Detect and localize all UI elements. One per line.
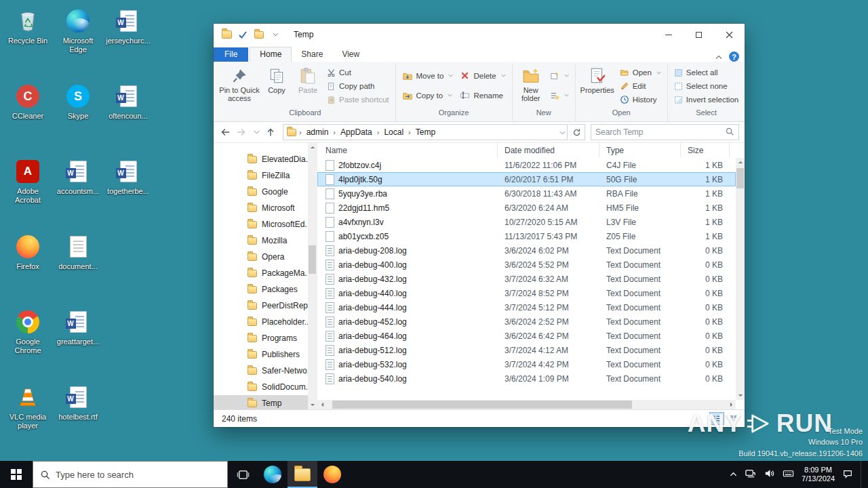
- desktop-icon-oftencoun[interactable]: Woftencoun...: [103, 78, 153, 153]
- scrollbar-track[interactable]: [308, 152, 317, 401]
- quick-access-customize-chevron-icon[interactable]: [268, 27, 283, 42]
- desktop-icon-recycle-bin[interactable]: Recycle Bin: [3, 3, 53, 78]
- title-bar[interactable]: Temp: [214, 24, 745, 45]
- start-button[interactable]: [0, 461, 33, 488]
- sidebar-item-programs[interactable]: Programs: [214, 330, 317, 346]
- desktop-icon-skype[interactable]: SSkype: [53, 78, 103, 153]
- taskbar-edge-button[interactable]: [258, 461, 288, 488]
- desktop-icon-accountsm[interactable]: Waccountsm...: [53, 153, 103, 228]
- search-input[interactable]: [595, 127, 725, 137]
- copy-to-button[interactable]: Copy to: [399, 89, 457, 102]
- network-icon[interactable]: [745, 468, 756, 481]
- tab-share[interactable]: Share: [292, 47, 332, 62]
- scroll-right-button[interactable]: [726, 400, 736, 409]
- file-row-aria-debug-540-log[interactable]: aria-debug-540.log3/6/2024 1:09 PMText D…: [317, 371, 736, 386]
- search-icon[interactable]: [725, 127, 734, 138]
- breadcrumb-admin[interactable]: admin: [304, 126, 331, 138]
- easy-access-button[interactable]: [547, 89, 572, 102]
- sidebar-item-peerdistrep[interactable]: PeerDistRep...: [214, 298, 317, 314]
- sidebar-item-microsofted[interactable]: MicrosoftEd...: [214, 216, 317, 232]
- volume-icon[interactable]: [764, 468, 775, 481]
- tab-home[interactable]: Home: [250, 47, 292, 62]
- breadcrumb-separator[interactable]: ›: [332, 128, 336, 136]
- explorer-system-icon[interactable]: [219, 27, 234, 42]
- quick-access-properties-button[interactable]: [235, 27, 250, 42]
- sidebar-item-placeholder[interactable]: Placeholder...: [214, 314, 317, 330]
- select-none-button[interactable]: Select none: [671, 79, 742, 93]
- refresh-button[interactable]: [569, 124, 585, 140]
- horizontal-scrollbar[interactable]: [317, 400, 736, 409]
- close-button[interactable]: [714, 24, 745, 45]
- scrollbar-thumb[interactable]: [309, 245, 316, 274]
- cut-button[interactable]: Cut: [323, 66, 393, 79]
- scroll-up-button[interactable]: [308, 143, 317, 152]
- sidebar-item-microsoft[interactable]: Microsoft: [214, 200, 317, 216]
- maximize-button[interactable]: [684, 24, 714, 45]
- sidebar-item-opera[interactable]: Opera: [214, 249, 317, 265]
- file-row-aria-debug-444-log[interactable]: aria-debug-444.log3/7/2024 5:12 PMText D…: [317, 300, 736, 314]
- scrollbar-thumb[interactable]: [332, 401, 632, 409]
- desktop-icon-hotelbest-rtf[interactable]: Whotelbest.rtf: [53, 379, 103, 454]
- sidebar-item-packages[interactable]: Packages: [214, 281, 317, 298]
- desktop-icon-google-chrome[interactable]: Google Chrome: [3, 304, 53, 379]
- tab-view[interactable]: View: [332, 47, 369, 62]
- sidebar-item-publishers[interactable]: Publishers: [214, 346, 317, 363]
- scroll-down-button[interactable]: [736, 391, 745, 400]
- breadcrumb-separator[interactable]: ›: [408, 128, 412, 136]
- breadcrumb-separator[interactable]: ›: [298, 128, 302, 136]
- sidebar-item-mozilla[interactable]: Mozilla: [214, 232, 317, 249]
- show-desktop-button[interactable]: [861, 461, 864, 488]
- column-header-name[interactable]: Name: [317, 143, 498, 158]
- file-row-aria-debug-532-log[interactable]: aria-debug-532.log3/7/2024 4:42 PMText D…: [317, 357, 736, 371]
- move-to-button[interactable]: Move to: [399, 69, 457, 83]
- taskbar-file-explorer-button[interactable]: [288, 461, 317, 488]
- desktop-icon-togetherbe[interactable]: Wtogetherbe...: [103, 153, 153, 228]
- scroll-down-button[interactable]: [308, 401, 317, 409]
- file-row-aria-debug-440-log[interactable]: aria-debug-440.log3/7/2024 8:52 PMText D…: [317, 286, 736, 300]
- file-row-aria-debug-464-log[interactable]: aria-debug-464.log3/6/2024 6:42 PMText D…: [317, 329, 736, 343]
- desktop-icon-ccleaner[interactable]: CCCleaner: [3, 78, 53, 153]
- desktop-icon-adobe-acrobat[interactable]: AAdobe Acrobat: [3, 153, 53, 228]
- sidebar-item-packagema[interactable]: PackageMa...: [214, 265, 317, 281]
- file-row-4lpd0jtk-50g[interactable]: 4lpd0jtk.50g6/20/2017 6:51 PM50G File1 K…: [317, 172, 736, 186]
- file-row-aria-debug-512-log[interactable]: aria-debug-512.log3/7/2024 4:12 AMText D…: [317, 343, 736, 357]
- sidebar-item-temp[interactable]: Temp: [214, 395, 317, 409]
- column-header-type[interactable]: Type: [599, 143, 681, 158]
- sidebar-item-elevateddia[interactable]: ElevatedDia...: [214, 151, 317, 167]
- vertical-scrollbar[interactable]: [736, 158, 745, 400]
- invert-selection-button[interactable]: Invert selection: [671, 93, 742, 106]
- taskbar-search-input[interactable]: [56, 470, 220, 480]
- taskbar-firefox-button[interactable]: [317, 461, 347, 488]
- file-row-ab01ycxb-z05[interactable]: ab01ycxb.z0511/13/2017 5:43 PMZ05 File1 …: [317, 229, 736, 243]
- desktop-icon-document[interactable]: document...: [53, 228, 103, 304]
- recent-locations-button[interactable]: [252, 124, 261, 140]
- tab-file[interactable]: File: [214, 47, 248, 62]
- action-center-icon[interactable]: [842, 468, 853, 481]
- desktop-icon-greattarget[interactable]: Wgreattarget...: [53, 304, 103, 379]
- file-row-aria-debug-432-log[interactable]: aria-debug-432.log3/7/2024 6:32 AMText D…: [317, 272, 736, 286]
- copy-button[interactable]: Copy: [261, 64, 292, 97]
- quick-access-new-folder-button[interactable]: [252, 27, 267, 42]
- back-button[interactable]: [216, 124, 233, 140]
- file-row-2fobtzov-c4j[interactable]: 2fobtzov.c4j11/6/2022 11:06 PMC4J File1 …: [317, 158, 736, 172]
- address-bar[interactable]: › admin › AppData › Local › Temp: [283, 124, 568, 140]
- sidebar-item-safer-netwo[interactable]: Safer-Netwo...: [214, 363, 317, 379]
- new-item-button[interactable]: [547, 69, 572, 83]
- up-button[interactable]: [262, 124, 279, 140]
- taskbar-clock[interactable]: 8:09 PM 7/13/2024: [802, 466, 835, 483]
- taskbar-search[interactable]: [33, 461, 228, 488]
- sidebar-scrollbar[interactable]: [308, 143, 317, 409]
- help-icon[interactable]: ?: [729, 52, 739, 62]
- file-row-aria-debug-400-log[interactable]: aria-debug-400.log3/6/2024 5:52 PMText D…: [317, 258, 736, 272]
- desktop-icon-jerseychurc[interactable]: Wjerseychurc...: [103, 3, 153, 78]
- task-view-button[interactable]: [228, 461, 258, 488]
- sidebar-item-filezilla[interactable]: FileZilla: [214, 167, 317, 184]
- breadcrumb-temp[interactable]: Temp: [414, 126, 437, 138]
- file-row-aria-debug-452-log[interactable]: aria-debug-452.log3/6/2024 2:52 PMText D…: [317, 314, 736, 329]
- scrollbar-track[interactable]: [327, 400, 726, 409]
- desktop-icon-vlc-media-player[interactable]: VLC media player: [3, 379, 53, 454]
- scrollbar-thumb[interactable]: [736, 168, 744, 188]
- history-button[interactable]: History: [616, 93, 665, 106]
- properties-button[interactable]: Properties: [578, 64, 616, 97]
- collapse-ribbon-chevron-icon[interactable]: [715, 52, 722, 62]
